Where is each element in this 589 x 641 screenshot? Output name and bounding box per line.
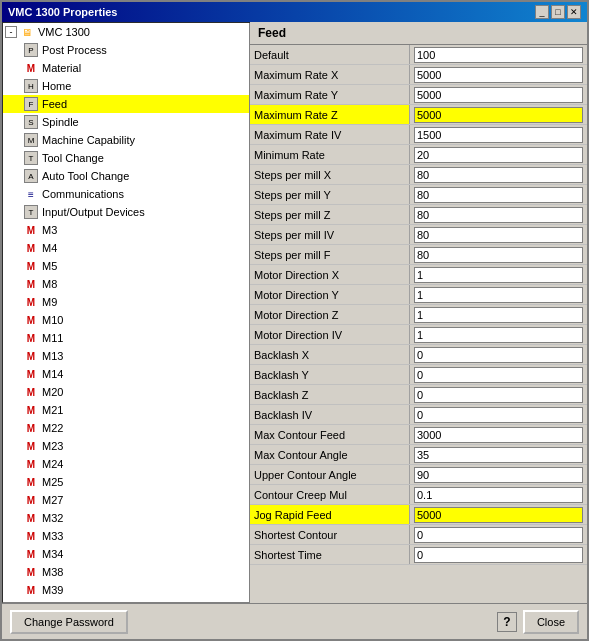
tree-label-m3: M3 xyxy=(42,224,57,236)
tree-item-feed[interactable]: FFeed xyxy=(3,95,249,113)
prop-input-2[interactable] xyxy=(414,87,583,103)
tree-item-m34[interactable]: MM34 xyxy=(3,545,249,563)
tree-item-m10[interactable]: MM10 xyxy=(3,311,249,329)
prop-value-container-1 xyxy=(410,65,587,84)
tree-item-m62[interactable]: MM62 xyxy=(3,599,249,603)
tree-icon-m23: M xyxy=(23,438,39,454)
tree-label-material: Material xyxy=(42,62,81,74)
tree-root[interactable]: - 🖥 VMC 1300 xyxy=(3,23,249,41)
prop-input-10[interactable] xyxy=(414,247,583,263)
tree-item-auto-tool-change[interactable]: AAuto Tool Change xyxy=(3,167,249,185)
prop-input-11[interactable] xyxy=(414,267,583,283)
tree-item-tool-change[interactable]: TTool Change xyxy=(3,149,249,167)
props-table[interactable]: DefaultMaximum Rate XMaximum Rate YMaxim… xyxy=(250,45,587,603)
props-header: Feed xyxy=(250,22,587,45)
prop-label-8: Steps per mill Z xyxy=(250,205,410,224)
prop-row-14: Motor Direction IV xyxy=(250,325,587,345)
tree-icon-m24: M xyxy=(23,456,39,472)
tree-item-m13[interactable]: MM13 xyxy=(3,347,249,365)
minimize-button[interactable]: _ xyxy=(535,5,549,19)
prop-input-20[interactable] xyxy=(414,447,583,463)
prop-input-23[interactable] xyxy=(414,507,583,523)
prop-label-14: Motor Direction IV xyxy=(250,325,410,344)
tree-label-m22: M22 xyxy=(42,422,63,434)
tree-item-post-process[interactable]: PPost Process xyxy=(3,41,249,59)
prop-input-7[interactable] xyxy=(414,187,583,203)
prop-input-25[interactable] xyxy=(414,547,583,563)
tree-item-material[interactable]: MMaterial xyxy=(3,59,249,77)
prop-input-16[interactable] xyxy=(414,367,583,383)
tree-label-post-process: Post Process xyxy=(42,44,107,56)
tree-item-m24[interactable]: MM24 xyxy=(3,455,249,473)
prop-input-5[interactable] xyxy=(414,147,583,163)
tree-item-m14[interactable]: MM14 xyxy=(3,365,249,383)
tree-item-m9[interactable]: MM9 xyxy=(3,293,249,311)
tree-item-m39[interactable]: MM39 xyxy=(3,581,249,599)
prop-row-2: Maximum Rate Y xyxy=(250,85,587,105)
tree-label-m33: M33 xyxy=(42,530,63,542)
prop-input-0[interactable] xyxy=(414,47,583,63)
help-button[interactable]: ? xyxy=(497,612,517,632)
tree-item-m33[interactable]: MM33 xyxy=(3,527,249,545)
tree-item-m38[interactable]: MM38 xyxy=(3,563,249,581)
prop-input-9[interactable] xyxy=(414,227,583,243)
tree-icon-m10: M xyxy=(23,312,39,328)
close-window-button[interactable]: ✕ xyxy=(567,5,581,19)
prop-label-24: Shortest Contour xyxy=(250,525,410,544)
tree-item-m32[interactable]: MM32 xyxy=(3,509,249,527)
prop-input-22[interactable] xyxy=(414,487,583,503)
maximize-button[interactable]: □ xyxy=(551,5,565,19)
tree-item-m27[interactable]: MM27 xyxy=(3,491,249,509)
tree-item-m4[interactable]: MM4 xyxy=(3,239,249,257)
tree-icon-m8: M xyxy=(23,276,39,292)
tree-icon-feed: F xyxy=(23,96,39,112)
tree-item-m3[interactable]: MM3 xyxy=(3,221,249,239)
tree-panel[interactable]: - 🖥 VMC 1300 PPost ProcessMMaterialHHome… xyxy=(2,22,250,603)
tree-expand-root[interactable]: - xyxy=(5,26,17,38)
tree-item-m20[interactable]: MM20 xyxy=(3,383,249,401)
tree-item-m22[interactable]: MM22 xyxy=(3,419,249,437)
tree-item-m23[interactable]: MM23 xyxy=(3,437,249,455)
prop-input-6[interactable] xyxy=(414,167,583,183)
tree-item-communications[interactable]: ≡Communications xyxy=(3,185,249,203)
prop-input-14[interactable] xyxy=(414,327,583,343)
tree-icon-m14: M xyxy=(23,366,39,382)
tree-label-m25: M25 xyxy=(42,476,63,488)
prop-value-container-4 xyxy=(410,125,587,144)
close-button[interactable]: Close xyxy=(523,610,579,634)
prop-input-1[interactable] xyxy=(414,67,583,83)
prop-input-15[interactable] xyxy=(414,347,583,363)
tree-item-m8[interactable]: MM8 xyxy=(3,275,249,293)
tree-label-m8: M8 xyxy=(42,278,57,290)
prop-value-container-13 xyxy=(410,305,587,324)
tree-item-input-output[interactable]: TInput/Output Devices xyxy=(3,203,249,221)
prop-row-20: Max Contour Angle xyxy=(250,445,587,465)
change-password-button[interactable]: Change Password xyxy=(10,610,128,634)
tree-label-m34: M34 xyxy=(42,548,63,560)
prop-label-23: Jog Rapid Feed xyxy=(250,505,410,524)
tree-item-home[interactable]: HHome xyxy=(3,77,249,95)
tree-item-m5[interactable]: MM5 xyxy=(3,257,249,275)
prop-input-17[interactable] xyxy=(414,387,583,403)
prop-label-7: Steps per mill Y xyxy=(250,185,410,204)
tree-item-m25[interactable]: MM25 xyxy=(3,473,249,491)
prop-input-4[interactable] xyxy=(414,127,583,143)
prop-input-3[interactable] xyxy=(414,107,583,123)
prop-input-18[interactable] xyxy=(414,407,583,423)
prop-input-13[interactable] xyxy=(414,307,583,323)
tree-icon-auto-tool-change: A xyxy=(23,168,39,184)
tree-label-m9: M9 xyxy=(42,296,57,308)
prop-row-1: Maximum Rate X xyxy=(250,65,587,85)
tree-item-m11[interactable]: MM11 xyxy=(3,329,249,347)
prop-input-21[interactable] xyxy=(414,467,583,483)
tree-item-machine-cap[interactable]: MMachine Capability xyxy=(3,131,249,149)
tree-item-m21[interactable]: MM21 xyxy=(3,401,249,419)
prop-input-8[interactable] xyxy=(414,207,583,223)
prop-input-24[interactable] xyxy=(414,527,583,543)
prop-value-container-5 xyxy=(410,145,587,164)
tree-item-spindle[interactable]: SSpindle xyxy=(3,113,249,131)
prop-input-12[interactable] xyxy=(414,287,583,303)
prop-input-19[interactable] xyxy=(414,427,583,443)
prop-value-container-18 xyxy=(410,405,587,424)
prop-value-container-24 xyxy=(410,525,587,544)
